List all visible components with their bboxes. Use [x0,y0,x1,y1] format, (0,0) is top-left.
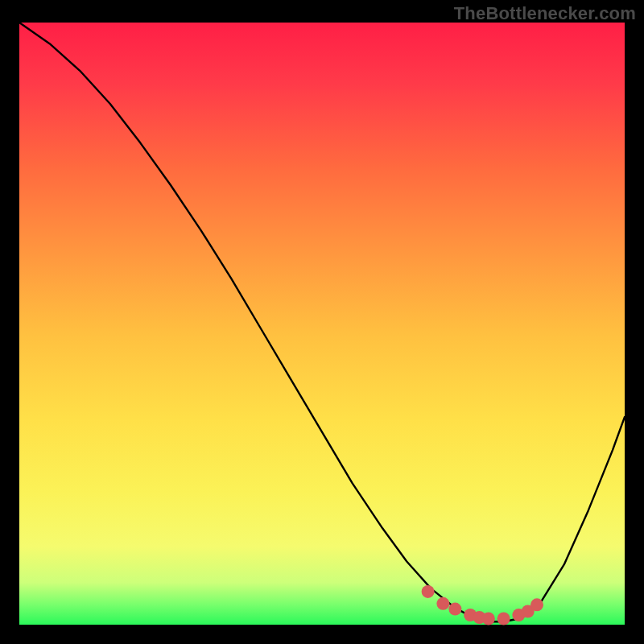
threshold-dot [497,613,510,625]
watermark-text: TheBottlenecker.com [454,3,636,24]
threshold-dot [530,598,543,611]
threshold-dot [422,585,435,598]
plot-background [19,23,625,625]
threshold-dot [482,613,495,625]
chart-svg [0,0,644,644]
chart-stage: TheBottlenecker.com [0,0,644,644]
threshold-dot [436,597,449,610]
threshold-dot [448,603,461,616]
